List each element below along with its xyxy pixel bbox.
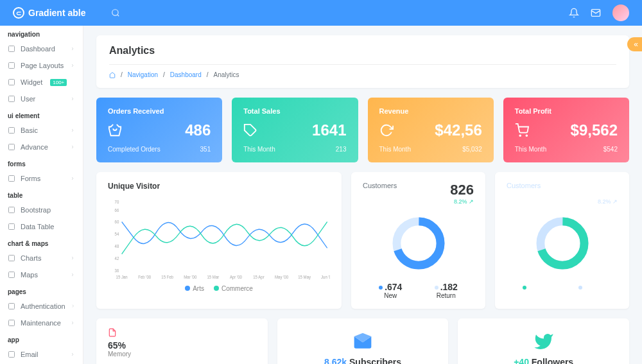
adv-icon [8,143,15,151]
stat-card-2: Revenue$42,56This Month$5,032 [368,98,494,162]
svg-text:15 Jan: 15 Jan [116,275,128,279]
page-title: Analytics [109,45,616,56]
svg-rect-7 [9,128,15,134]
svg-text:60: 60 [115,220,119,224]
sidebar-item-dashboard[interactable]: Dashboard [0,40,83,57]
brand-logo[interactable]: ⊂ Gradient able [13,7,85,19]
chevron-right-icon [70,63,75,68]
stat-card-0: Orders Received486Completed Orders351 [96,98,222,162]
svg-point-17 [519,135,521,136]
nav-label: Widget [21,78,42,86]
stat-title: Revenue [379,107,482,115]
svg-rect-3 [9,46,15,52]
svg-rect-15 [9,320,15,326]
svg-rect-11 [9,224,15,230]
crumb-dash[interactable]: Dashboard [170,71,202,78]
sidebar-item-page-layouts[interactable]: Page Layouts [0,57,83,74]
maint-icon [8,319,15,327]
sidebar-item-basic[interactable]: Basic [0,122,83,139]
chevron-right-icon [70,144,75,150]
svg-text:70: 70 [115,200,119,204]
sidebar: navigationDashboardPage LayoutsWidget100… [0,26,83,364]
subscribers-card: 8.62k Subscribers Your main list is grow… [277,318,449,364]
lock-icon [8,302,15,310]
layout-icon [8,62,15,69]
unique-visitor-card: Unique Visitor 3642485460667015 JanFeb '… [96,172,342,309]
subscribers-label: Subscribers [349,357,401,364]
stat-foot-label: This Month [243,146,275,153]
svg-text:15 Mar: 15 Mar [207,275,220,279]
sidebar-item-maps[interactable]: Maps [0,266,83,283]
stat-value: $42,56 [435,121,482,139]
svg-rect-9 [9,176,15,182]
svg-rect-16 [9,352,15,358]
sidebar-section: ui element [0,107,83,122]
sidebar-section: table [0,187,83,202]
stat-title: Orders Received [108,107,211,115]
user-avatar[interactable] [612,4,629,21]
customers-title: Customers [363,182,397,189]
page-header: Analytics /Navigation /Dashboard /Analyt… [96,35,629,88]
sidebar-item-data-table[interactable]: Data Table [0,218,83,235]
file-icon [108,328,256,337]
stat-foot-label: This Month [379,146,411,153]
svg-rect-5 [9,80,15,85]
nav-label: Advance [21,143,48,151]
nav-label: Page Layouts [21,62,64,69]
stat-title: Total Sales [243,107,346,115]
nav-label: User [21,95,35,103]
table-icon [8,206,15,214]
chevron-right-icon [70,256,75,261]
svg-text:42: 42 [115,256,119,261]
svg-rect-6 [9,96,15,102]
sidebar-item-user[interactable]: User [0,91,83,107]
sidebar-item-email[interactable]: Email [0,346,83,363]
sidebar-item-advance[interactable]: Advance [0,139,83,155]
sidebar-section: forms [0,155,83,170]
customers-card-1: Customers8268.2% ↗.674New.182Return [351,172,485,309]
svg-line-1 [117,15,119,16]
svg-text:15 May: 15 May [298,275,311,281]
sidebar-item-maintenance[interactable]: Maintenance [0,315,83,331]
stat-foot-value: 213 [336,146,347,153]
customers-value: 826 [594,182,618,198]
stat-icon [243,123,257,137]
stat-foot-label: This Month [515,146,546,153]
followers-label: Followers [532,357,573,364]
sidebar-item-charts[interactable]: Charts [0,250,83,266]
return-label: Return [578,292,602,299]
stat-icon [515,123,529,137]
new-value: .674 [379,282,402,292]
sidebar-item-authentication[interactable]: Authentication [0,298,83,315]
sidebar-section: chart & maps [0,235,83,250]
customers-card-2: Customers8268.2% ↗.674New.182Return [495,172,629,309]
customers-value: 826 [450,182,474,198]
sidebar-section: navigation [0,26,83,40]
mail-icon[interactable] [591,8,601,18]
svg-rect-10 [9,207,15,213]
subscribers-value: 8.62k [324,357,347,364]
main-content: « Analytics /Navigation /Dashboard /Anal… [83,26,642,364]
twitter-icon [534,331,554,352]
new-label: New [379,292,402,299]
memory-value: 65% [108,340,256,351]
customers-title: Customers [507,182,541,189]
svg-point-0 [112,10,118,15]
nav-label: Bootstrap [21,206,51,214]
crumb-nav[interactable]: Navigation [128,71,158,78]
return-label: Return [435,292,458,299]
sidebar-item-widget[interactable]: Widget100+ [0,74,83,91]
home-icon[interactable] [109,72,116,78]
bell-icon[interactable] [569,8,579,18]
stat-foot-value: $5,032 [462,146,482,153]
svg-text:May '00: May '00 [275,275,288,281]
sidebar-item-forms[interactable]: Forms [0,170,83,187]
sidebar-section: app [0,331,83,346]
bookmark-tab[interactable]: « [627,37,642,51]
search-icon[interactable] [111,8,120,17]
sidebar-item-bootstrap[interactable]: Bootstrap [0,202,83,218]
user-icon [8,95,15,103]
stat-foot-value: $542 [603,146,618,153]
chevron-right-icon [70,176,75,181]
table-icon [8,223,15,230]
